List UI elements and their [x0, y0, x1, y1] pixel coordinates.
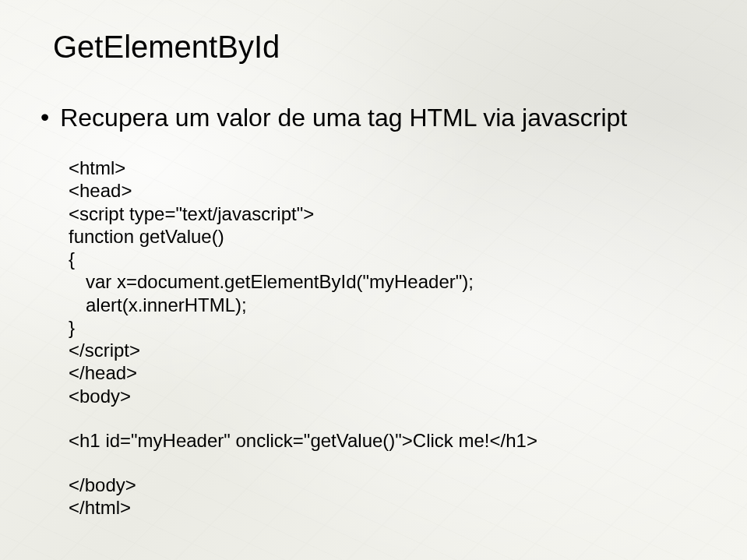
code-line: </head>: [69, 361, 708, 384]
code-line: <body>: [69, 385, 708, 407]
code-line: <html>: [69, 157, 708, 179]
code-line: <script type="text/javascript">: [69, 203, 708, 225]
code-line: </script>: [69, 339, 708, 361]
code-line: alert(x.innerHTML);: [69, 294, 708, 316]
code-blank: [69, 407, 708, 429]
slide-title: GetElementById: [53, 30, 708, 65]
bullet-text: Recupera um valor de uma tag HTML via ja…: [60, 102, 627, 133]
bullet-item: • Recupera um valor de uma tag HTML via …: [39, 102, 708, 133]
code-line: {: [69, 248, 708, 270]
code-line: </body>: [69, 474, 708, 496]
code-block: <html> <head> <script type="text/javascr…: [69, 157, 708, 519]
code-line: <head>: [69, 179, 708, 202]
code-line: function getValue(): [69, 225, 708, 248]
code-line: </html>: [69, 496, 708, 519]
code-blank: [69, 452, 708, 474]
code-line: var x=document.getElementById("myHeader"…: [69, 270, 708, 293]
code-line: <h1 id="myHeader" onclick="getValue()">C…: [69, 429, 708, 452]
bullet-marker: •: [41, 102, 49, 132]
code-line: }: [69, 316, 708, 339]
